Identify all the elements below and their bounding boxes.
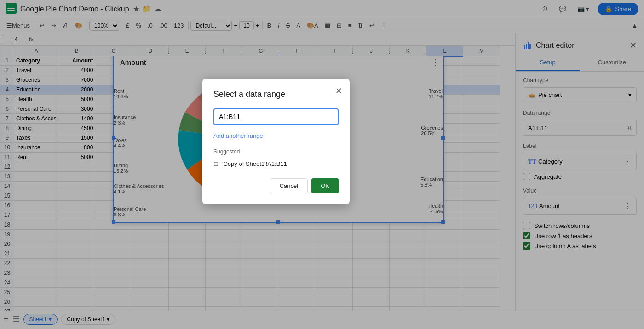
dialog-close-button[interactable]: ✕ [335,86,342,96]
dialog-actions: Cancel OK [213,178,339,193]
dialog-title: Select a data range [213,90,339,99]
ok-button[interactable]: OK [311,178,339,193]
suggested-range: 'Copy of Sheet1'!A1:B11 [222,160,287,167]
cancel-button[interactable]: Cancel [270,178,308,193]
add-another-range-button[interactable]: Add another range [213,130,263,141]
grid-icon: ⊞ [213,160,218,167]
range-input[interactable] [213,108,339,125]
suggested-label: Suggested [213,148,339,155]
dialog-overlay: Select a data range ✕ Add another range … [0,0,644,329]
select-data-range-dialog: Select a data range ✕ Add another range … [202,79,350,204]
suggested-item[interactable]: ⊞ 'Copy of Sheet1'!A1:B11 [213,159,339,169]
